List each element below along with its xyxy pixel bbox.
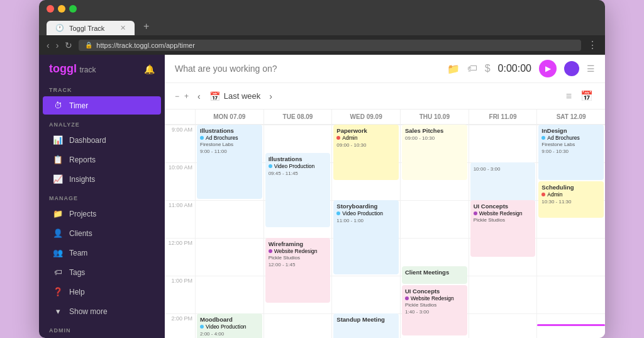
avatar — [564, 61, 579, 76]
event-wireframing-tue[interactable]: Wireframing Website Redesign Pickle Stud… — [265, 238, 331, 303]
day-header-sat: SAT 12.09 — [536, 110, 605, 124]
progress-bar — [537, 324, 605, 326]
new-tab-button[interactable]: + — [137, 18, 155, 35]
calendar-view-icon[interactable]: 📅 — [579, 88, 595, 104]
tag-label: Ad Brochures — [547, 135, 580, 141]
sidebar-item-help[interactable]: ❓ Help — [43, 283, 161, 301]
hour-line — [469, 276, 537, 276]
event-title: Client Meetings — [405, 269, 464, 276]
event-illustrations-mon[interactable]: Illustrations Ad Brochures Firestone Lab… — [197, 125, 262, 199]
event-storyboarding-wed[interactable]: Storyboarding Video Production 11:00 - 1… — [333, 200, 399, 274]
prev-week-button[interactable]: ‹ — [194, 90, 204, 103]
zoom-plus-icon[interactable]: + — [184, 92, 189, 101]
event-time: 09:00 - 10:30 — [405, 135, 464, 141]
hour-line — [196, 238, 264, 239]
reload-button[interactable]: ↻ — [65, 40, 72, 50]
event-uiconcepts-fri[interactable]: UI Concepts Website Redesign Pickle Stud… — [470, 200, 536, 257]
event-time: 9:00 - 11:00 — [200, 149, 259, 154]
sidebar-item-team[interactable]: 👥 Team — [43, 244, 161, 262]
tag-label: Ad Brochures — [206, 135, 238, 141]
tag-label: Website Redesign — [479, 210, 523, 217]
event-title: Wireframing — [269, 240, 328, 247]
sidebar-item-label: Timer — [69, 101, 88, 110]
time-entry-input[interactable] — [175, 64, 440, 74]
event-tag: Website Redesign — [405, 295, 464, 301]
day-col-thursday: Sales Pitches 09:00 - 10:30 Client Meeti… — [400, 125, 469, 338]
day-col-friday: 10:00 - 3:00 UI Concepts Website Redesig… — [469, 125, 537, 338]
notification-bell-icon[interactable]: 🔔 — [144, 64, 155, 74]
main-content: 📁 🏷 $ 0:00:00 ▶ ☰ − + ‹ 📅 Last — [165, 55, 605, 338]
view-switcher: ≡ 📅 — [564, 88, 595, 104]
sidebar-item-label: Tags — [69, 268, 85, 277]
play-button[interactable]: ▶ — [539, 60, 557, 77]
reports-icon: 📋 — [53, 155, 63, 164]
event-tag: Video Production — [336, 210, 396, 217]
sidebar-item-label: Dashboard — [69, 136, 106, 145]
event-client: Pickle Studios — [269, 255, 328, 261]
event-time: 12:00 - 1:45 — [269, 262, 328, 268]
day-col-wednesday: Paperwork Admin 09:00 - 10:30 Storyboard… — [331, 125, 400, 338]
tag-dot — [200, 136, 204, 140]
tag-dot — [200, 325, 204, 329]
event-title: Illustrations — [269, 155, 328, 162]
minimize-button[interactable] — [58, 5, 65, 13]
tag-dot — [541, 193, 545, 196]
zoom-minus-icon[interactable]: − — [175, 92, 179, 101]
close-button[interactable] — [47, 5, 54, 13]
url-field[interactable]: 🔒 https://track.toggl.com/app/timer — [79, 40, 581, 51]
event-tag: Admin — [541, 191, 601, 198]
event-time: 09:00 - 10:30 — [336, 142, 396, 148]
sidebar-item-insights[interactable]: 📈 Insights — [43, 170, 161, 188]
event-title: Sales Pitches — [405, 127, 464, 134]
event-salespitches-thu[interactable]: Sales Pitches 09:00 - 10:30 — [402, 125, 467, 180]
event-title: UI Concepts — [405, 288, 464, 295]
event-time: 9:00 - 10:30 — [541, 149, 601, 154]
maximize-button[interactable] — [69, 5, 77, 13]
event-tag: Ad Brochures — [541, 135, 601, 141]
event-tag: Ad Brochures — [200, 135, 259, 141]
event-clientmeetings-thu[interactable]: Client Meetings — [402, 266, 467, 284]
hour-line — [401, 200, 469, 201]
timer-icon: ⏱ — [53, 101, 63, 110]
event-paperwork-wed[interactable]: Paperwork Admin 09:00 - 10:30 — [333, 125, 399, 180]
event-uiconcepts-thu[interactable]: UI Concepts Website Redesign Pickle Stud… — [402, 285, 467, 335]
time-header — [165, 110, 195, 124]
period-selector[interactable]: 📅 Last week — [209, 91, 261, 101]
hour-line — [469, 125, 537, 125]
tag-label: Website Redesign — [411, 295, 454, 301]
next-week-button[interactable]: › — [265, 90, 276, 103]
hour-line — [264, 313, 332, 314]
event-illustrations-tue[interactable]: Illustrations Video Production 09:45 - 1… — [265, 153, 331, 227]
browser-menu-icon[interactable]: ⋮ — [587, 39, 597, 51]
sidebar-item-dashboard[interactable]: 📊 Dashboard — [43, 131, 161, 149]
event-title: Storyboarding — [336, 203, 396, 210]
event-scheduling-sat[interactable]: Scheduling Admin 10:30 - 11:30 — [538, 181, 604, 218]
back-button[interactable]: ‹ — [47, 40, 50, 50]
logo-text: toggl — [49, 62, 77, 75]
day-header-tue: TUE 08.09 — [264, 110, 332, 124]
sidebar-item-show-more[interactable]: ▾ Show more — [43, 302, 161, 320]
day-header-thu: THU 10.09 — [400, 110, 469, 124]
event-moodboard-mon[interactable]: Moodboard Video Production 2:00 - 4:00 — [197, 313, 262, 338]
time-slot-12pm: 12:00 PM — [165, 238, 195, 276]
clients-icon: 👤 — [53, 228, 63, 238]
event-tag: Website Redesign — [269, 248, 328, 254]
day-col-tuesday-inner: Illustrations Video Production 09:45 - 1… — [264, 125, 332, 338]
sidebar-item-projects[interactable]: 📁 Projects — [43, 205, 161, 223]
calendar-grid: MON 07.09 TUE 08.09 WED 09.09 THU 10.09 … — [165, 110, 605, 338]
event-indesign-sat[interactable]: InDesign Ad Brochures Firestone Labs 9:0… — [538, 125, 604, 180]
sidebar-item-reports[interactable]: 📋 Reports — [43, 150, 161, 169]
tab-close-icon[interactable]: ✕ — [120, 24, 126, 32]
sidebar-item-timer[interactable]: ⏱ Timer — [43, 96, 161, 115]
tag-dot — [474, 211, 477, 215]
menu-icon[interactable]: ☰ — [587, 64, 595, 74]
event-standup-wed[interactable]: Standup Meeting — [333, 313, 399, 338]
forward-button[interactable]: › — [56, 40, 59, 50]
list-view-icon[interactable]: ≡ — [564, 89, 574, 104]
hour-line — [469, 313, 537, 314]
hour-line — [537, 238, 605, 239]
sidebar-item-label: Reports — [69, 155, 96, 164]
sidebar-item-clients[interactable]: 👤 Clients — [43, 224, 161, 242]
active-tab[interactable]: 🕐 Toggl Track ✕ — [47, 21, 135, 35]
sidebar-item-tags[interactable]: 🏷 Tags — [43, 263, 161, 281]
